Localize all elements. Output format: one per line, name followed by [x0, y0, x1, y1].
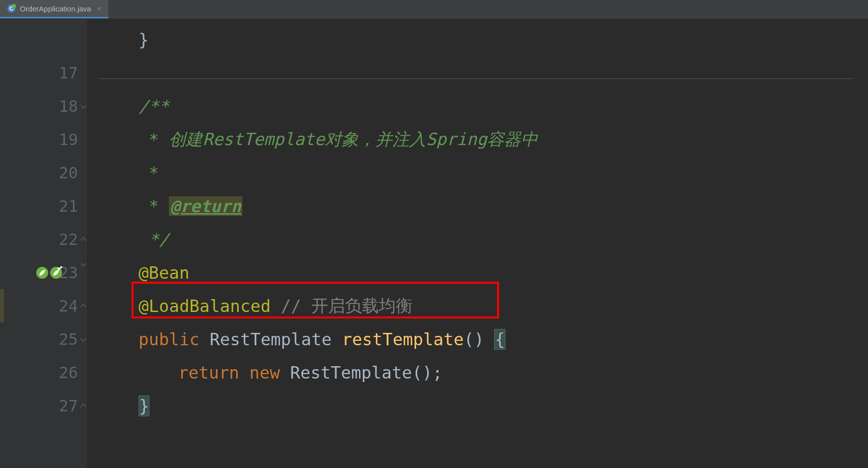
code-line[interactable]: * 创建RestTemplate对象，并注入Spring容器中 [99, 123, 868, 156]
line-number: 18 [48, 97, 78, 116]
gutter-row: 18 [0, 89, 87, 123]
java-class-icon: C [7, 4, 16, 13]
gutter-row: 19 [0, 123, 87, 156]
line-number: 24 [48, 297, 78, 315]
tab-bar: C OrderApplication.java × [0, 0, 868, 19]
file-tab[interactable]: C OrderApplication.java × [0, 0, 108, 18]
spring-bean-icons[interactable] [36, 266, 63, 279]
gutter: 17 18 19 20 21 22 23 [0, 19, 87, 468]
code-line[interactable]: } [99, 389, 868, 422]
line-number: 20 [48, 163, 78, 182]
line-number: 22 [48, 230, 78, 249]
code-line[interactable] [99, 56, 868, 89]
gutter-row: 24 [0, 289, 87, 322]
tab-filename: OrderApplication.java [20, 4, 91, 13]
gutter-row: 22 [0, 223, 87, 256]
code-line[interactable]: */ [99, 223, 868, 256]
gutter-row: 27 [0, 389, 87, 422]
line-number: 27 [48, 396, 78, 415]
gutter-row: 21 [0, 189, 87, 223]
code-line[interactable]: } [99, 23, 868, 56]
change-marker [0, 289, 4, 322]
svg-point-2 [12, 4, 16, 8]
javadoc-return-tag[interactable]: @return [169, 196, 242, 216]
spring-leaf-check-icon [50, 266, 63, 279]
code-line[interactable]: return new RestTemplate(); [99, 356, 868, 389]
code-line[interactable]: * @return [99, 189, 868, 223]
code-line[interactable]: @Bean [99, 256, 868, 289]
line-number: 25 [48, 330, 78, 349]
close-icon[interactable]: × [97, 4, 101, 12]
code-line[interactable]: /** [99, 89, 868, 123]
gutter-row [0, 23, 87, 56]
line-number: 26 [48, 363, 78, 382]
gutter-row: 17 [0, 56, 87, 89]
code-area[interactable]: } /** * 创建RestTemplate对象，并注入Spring容器中 * … [87, 19, 868, 468]
gutter-row: 23 [0, 256, 87, 289]
gutter-row: 26 [0, 356, 87, 389]
line-number: 17 [48, 64, 78, 82]
code-line[interactable]: public RestTemplate restTemplate() { [99, 322, 868, 356]
spring-leaf-icon [36, 266, 49, 279]
line-number: 21 [48, 197, 78, 216]
code-line[interactable]: * [99, 156, 868, 189]
gutter-row: 25 [0, 322, 87, 356]
line-number: 19 [48, 130, 78, 149]
code-line[interactable]: @LoadBalanced // 开启负载均衡 [99, 289, 868, 322]
editor: 17 18 19 20 21 22 23 [0, 19, 868, 468]
gutter-row: 20 [0, 156, 87, 189]
